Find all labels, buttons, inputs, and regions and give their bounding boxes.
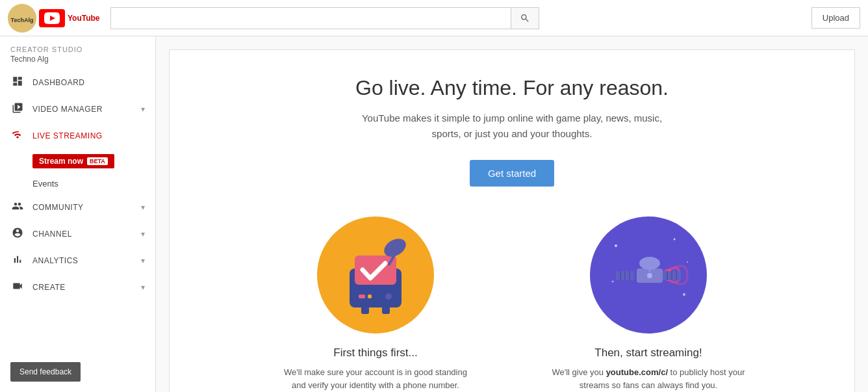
promo-card: Go live. Any time. For any reason. YouTu…	[169, 49, 855, 392]
layout: CREATOR STUDIO Techno Alg DASHBOARD VIDE…	[0, 36, 868, 392]
feature2-graphic	[590, 216, 707, 333]
feature2-title: Then, start streaming!	[551, 346, 746, 359]
search-icon	[520, 13, 530, 23]
sidebar-brand: CREATOR STUDIO Techno Alg	[0, 36, 155, 69]
svg-point-14	[612, 281, 614, 283]
svg-rect-7	[382, 306, 390, 314]
svg-point-10	[385, 293, 392, 300]
svg-point-11	[615, 244, 617, 247]
chevron-down-icon: ▾	[141, 105, 145, 114]
sidebar-item-label-live-streaming: LIVE STREAMING	[32, 131, 145, 140]
topbar: TechAlg YouTube Upload	[0, 0, 868, 36]
sidebar-item-label-create: CREATE	[32, 283, 141, 292]
community-icon	[10, 200, 25, 214]
channel-icon	[10, 227, 25, 241]
sidebar-item-create[interactable]: CREATE ▾	[0, 274, 155, 300]
yt-wordmark: YouTube	[68, 14, 100, 23]
youtube-logo	[39, 9, 65, 27]
dashboard-icon	[10, 75, 25, 89]
features-row: First things first... We'll make sure yo…	[183, 216, 841, 391]
svg-rect-6	[361, 306, 369, 314]
search-button[interactable]	[511, 7, 539, 29]
sidebar-item-events[interactable]: Events	[0, 174, 155, 194]
stream-now-label: Stream now	[39, 157, 83, 166]
creator-studio-label: CREATOR STUDIO	[10, 46, 145, 53]
sidebar-item-label-video-manager: VIDEO MANAGER	[32, 105, 141, 114]
sidebar-item-channel[interactable]: CHANNEL ▾	[0, 220, 155, 247]
main-content: Go live. Any time. For any reason. YouTu…	[156, 36, 868, 392]
promo-title: Go live. Any time. For any reason.	[183, 76, 841, 100]
sidebar-item-label-dashboard: DASHBOARD	[32, 78, 145, 87]
create-icon	[10, 280, 25, 294]
chevron-down-icon-3: ▾	[141, 229, 145, 239]
sidebar-item-dashboard[interactable]: DASHBOARD	[0, 69, 155, 96]
live-streaming-icon	[10, 129, 25, 142]
stream-now-button[interactable]: Stream now BETA	[32, 154, 114, 168]
feature-streaming: Then, start streaming! We'll give you yo…	[551, 216, 746, 391]
svg-point-12	[674, 239, 676, 241]
upload-button[interactable]: Upload	[811, 7, 860, 29]
sidebar-item-community[interactable]: COMMUNITY ▾	[0, 194, 155, 220]
sidebar-item-analytics[interactable]: ANALYTICS ▾	[0, 247, 155, 274]
feature2-url: youtube.com/c/	[606, 367, 668, 377]
send-feedback-area: Send feedback	[10, 362, 145, 382]
svg-text:TechAlg: TechAlg	[11, 17, 34, 23]
stream-now-item[interactable]: Stream now BETA	[0, 149, 155, 174]
sidebar-nav: DASHBOARD VIDEO MANAGER ▾ LIVE STREAMING	[0, 69, 155, 354]
svg-point-13	[687, 261, 688, 263]
channel-avatar: TechAlg	[8, 4, 36, 33]
get-started-button[interactable]: Get started	[470, 160, 554, 187]
feature1-graphic	[317, 216, 434, 333]
send-feedback-button[interactable]: Send feedback	[10, 362, 81, 382]
chevron-down-icon-4: ▾	[141, 256, 145, 265]
promo-subtitle: YouTube makes it simple to jump online w…	[356, 111, 668, 142]
logo-area: TechAlg YouTube	[8, 4, 100, 33]
feature2-desc-before: We'll give you	[552, 367, 606, 377]
svg-rect-8	[359, 294, 365, 298]
feature1-desc: We'll make sure your account is in good …	[278, 366, 473, 391]
video-manager-icon	[10, 102, 25, 116]
channel-name-label: Techno Alg	[10, 55, 145, 64]
svg-point-27	[647, 273, 652, 278]
sidebar: CREATOR STUDIO Techno Alg DASHBOARD VIDE…	[0, 36, 156, 392]
search-input[interactable]	[110, 7, 511, 29]
chevron-down-icon-2: ▾	[141, 203, 145, 212]
feature1-title: First things first...	[278, 346, 473, 359]
chevron-down-icon-5: ▾	[141, 283, 145, 292]
feature2-desc: We'll give you youtube.com/c/ to publicl…	[551, 366, 746, 391]
svg-rect-9	[368, 294, 372, 298]
analytics-icon	[10, 254, 25, 267]
svg-point-25	[639, 257, 660, 270]
sidebar-item-label-channel: CHANNEL	[32, 229, 141, 239]
sidebar-item-label-community: COMMUNITY	[32, 203, 141, 212]
sidebar-item-live-streaming[interactable]: LIVE STREAMING	[0, 122, 155, 149]
svg-point-15	[683, 293, 685, 296]
sidebar-item-label-analytics: ANALYTICS	[32, 256, 141, 265]
search-bar	[110, 7, 539, 29]
feature-first-things: First things first... We'll make sure yo…	[278, 216, 473, 391]
beta-badge: BETA	[87, 157, 108, 165]
sidebar-item-video-manager[interactable]: VIDEO MANAGER ▾	[0, 96, 155, 122]
